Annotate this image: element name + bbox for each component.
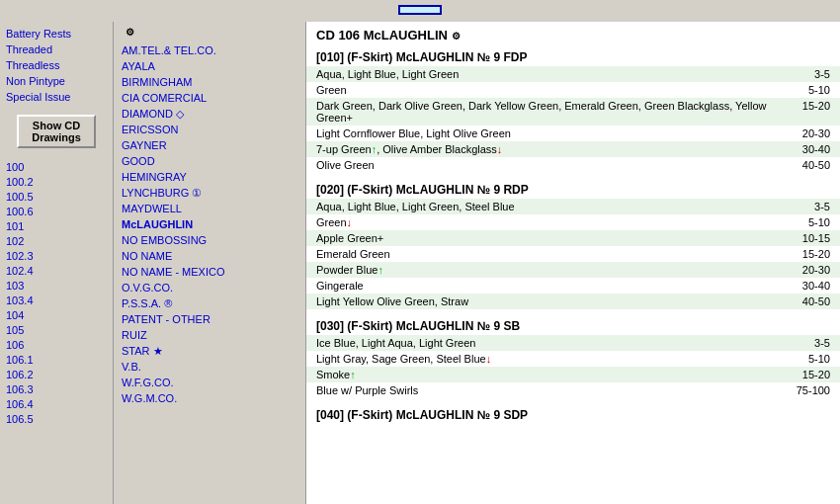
middle-item-lynchburg[interactable]: LYNCHBURG ① [122, 185, 297, 201]
middle-item-hemingray[interactable]: HEMINGRAY [122, 169, 297, 185]
cd-list[interactable]: 100100.2100.5100.6101102102.3102.4103103… [0, 160, 113, 504]
color-cell: Light Cornflower Blue, Light Olive Green [306, 126, 781, 141]
middle-item-patent-other[interactable]: PATENT - OTHER [122, 311, 297, 327]
cd-item-103[interactable]: 103 [6, 279, 107, 294]
cd-item-105[interactable]: 105 [6, 323, 107, 338]
section-title-030: [030] (F-Skirt) McLAUGHLIN № 9 SB [306, 315, 840, 335]
range-cell: 75-100 [781, 382, 840, 398]
left-nav-item-battery-rests[interactable]: Battery Rests [6, 26, 107, 42]
table-row: Ice Blue, Light Aqua, Light Green3-5 [306, 335, 840, 351]
table-row: Aqua, Light Blue, Light Green3-5 [306, 66, 840, 82]
left-nav-item-special-issue[interactable]: Special Issue [6, 89, 107, 105]
browse-title [398, 5, 442, 15]
middle-item-vb[interactable]: V.B. [122, 359, 297, 375]
cd-item-104[interactable]: 104 [6, 308, 107, 323]
middle-item-mclaughlin[interactable]: McLAUGHLIN [122, 216, 297, 232]
left-nav-item-threadless[interactable]: Threadless [6, 57, 107, 73]
right-panel[interactable]: CD 106 McLAUGHLIN ⚙ [010] (F-Skirt) McLA… [306, 22, 840, 504]
table-row: Dark Green, Dark Olive Green, Dark Yello… [306, 98, 840, 126]
cd-item-106.5[interactable]: 106.5 [6, 412, 107, 427]
up-arrow-icon: ↑ [378, 264, 383, 276]
section-title-010: [010] (F-Skirt) McLAUGHLIN № 9 FDP [306, 46, 840, 66]
cd-item-102.4[interactable]: 102.4 [6, 264, 107, 279]
section-040: [040] (F-Skirt) McLAUGHLIN № 9 SDP [306, 404, 840, 430]
color-cell: Dark Green, Dark Olive Green, Dark Yello… [306, 98, 781, 126]
table-row: Olive Green40-50 [306, 157, 840, 173]
middle-item-gayner[interactable]: GAYNER [122, 137, 297, 153]
color-cell: Olive Green [306, 157, 781, 173]
middle-item-ruiz[interactable]: RUIZ [122, 327, 297, 343]
left-nav-item-threaded[interactable]: Threaded [6, 42, 107, 57]
table-row: Aqua, Light Blue, Light Green, Steel Blu… [306, 199, 840, 214]
middle-item-cia-comercial[interactable]: CIA COMERCIAL [122, 90, 297, 106]
middle-panel: ⚙ AM.TEL.& TEL.CO.AYALABIRMINGHAMCIA COM… [114, 22, 306, 504]
cd-item-106.4[interactable]: 106.4 [6, 397, 107, 412]
table-row: Light Cornflower Blue, Light Olive Green… [306, 126, 840, 141]
data-table-020: Aqua, Light Blue, Light Green, Steel Blu… [306, 199, 840, 309]
middle-item-wgmco[interactable]: W.G.M.CO. [122, 390, 297, 406]
range-cell: 30-40 [781, 141, 840, 157]
middle-item-birmingham[interactable]: BIRMINGHAM [122, 74, 297, 90]
right-header: CD 106 McLAUGHLIN ⚙ [306, 22, 840, 46]
table-row: Blue w/ Purple Swirls75-100 [306, 382, 840, 398]
show-cd-button[interactable]: Show CDDrawings [17, 115, 96, 148]
cd-item-101[interactable]: 101 [6, 219, 107, 234]
down-arrow-icon: ↓ [486, 353, 492, 365]
range-cell: 20-30 [781, 262, 840, 278]
down-arrow-icon: ↓ [497, 143, 503, 155]
middle-item-amtel[interactable]: AM.TEL.& TEL.CO. [122, 42, 297, 58]
color-cell: Blue w/ Purple Swirls [306, 382, 781, 398]
cd-item-100[interactable]: 100 [6, 160, 107, 175]
color-cell: 7-up Green↑, Olive Amber Blackglass↓ [306, 141, 781, 157]
left-nav-item-non-pintype[interactable]: Non Pintype [6, 73, 107, 89]
middle-item-star[interactable]: STAR ★ [122, 343, 297, 359]
range-cell: 3-5 [781, 335, 840, 351]
cd-item-102.3[interactable]: 102.3 [6, 249, 107, 264]
color-cell: Light Yellow Olive Green, Straw [306, 294, 781, 309]
color-cell: Powder Blue↑ [306, 262, 781, 278]
plus-icon: + [378, 232, 383, 244]
cd-item-100.6[interactable]: 100.6 [6, 205, 107, 219]
right-sections: [010] (F-Skirt) McLAUGHLIN № 9 FDPAqua, … [306, 46, 840, 430]
middle-item-ericsson[interactable]: ERICSSON [122, 122, 297, 137]
middle-item-good[interactable]: GOOD [122, 153, 297, 169]
middle-item-maydwell[interactable]: MAYDWELL [122, 201, 297, 216]
color-cell: Green↓ [306, 214, 781, 230]
middle-item-ovgco[interactable]: O.V.G.CO. [122, 280, 297, 295]
cd-item-106.1[interactable]: 106.1 [6, 353, 107, 368]
middle-item-pssa[interactable]: P.S.S.A. ® [122, 295, 297, 311]
range-cell: 3-5 [781, 66, 840, 82]
cd-item-102[interactable]: 102 [6, 234, 107, 249]
middle-item-no-embossing[interactable]: NO EMBOSSING [122, 232, 297, 248]
cd-item-100.2[interactable]: 100.2 [6, 175, 107, 190]
middle-item-wfgco[interactable]: W.F.G.CO. [122, 375, 297, 390]
middle-list[interactable]: AM.TEL.& TEL.CO.AYALABIRMINGHAMCIA COMER… [114, 41, 305, 504]
middle-item-no-name-mexico[interactable]: NO NAME - MEXICO [122, 264, 297, 280]
cd-item-100.5[interactable]: 100.5 [6, 190, 107, 205]
cd-item-103.4[interactable]: 103.4 [6, 294, 107, 308]
middle-item-diamond[interactable]: DIAMOND ◇ [122, 106, 297, 122]
table-row: Apple Green+10-15 [306, 230, 840, 246]
middle-item-no-name[interactable]: NO NAME [122, 248, 297, 264]
cd-item-106.3[interactable]: 106.3 [6, 382, 107, 397]
main-container: Battery RestsThreadedThreadlessNon Pinty… [0, 22, 840, 504]
cd-item-106.2[interactable]: 106.2 [6, 368, 107, 382]
data-table-030: Ice Blue, Light Aqua, Light Green3-5Ligh… [306, 335, 840, 398]
header [0, 0, 840, 22]
middle-header: ⚙ [114, 22, 305, 41]
range-cell: 15-20 [781, 98, 840, 126]
down-arrow-icon: ↓ [347, 216, 353, 228]
gear-icon: ⚙ [126, 27, 134, 38]
range-cell: 5-10 [781, 351, 840, 367]
range-cell: 40-50 [781, 294, 840, 309]
range-cell: 20-30 [781, 126, 840, 141]
table-row: Green↓5-10 [306, 214, 840, 230]
cd-item-106[interactable]: 106 [6, 338, 107, 353]
color-cell: Green [306, 82, 781, 98]
middle-item-ayala[interactable]: AYALA [122, 58, 297, 74]
section-030: [030] (F-Skirt) McLAUGHLIN № 9 SBIce Blu… [306, 315, 840, 404]
up-arrow-icon: ↑ [372, 143, 378, 155]
table-row: Gingerale30-40 [306, 278, 840, 294]
table-row: Powder Blue↑20-30 [306, 262, 840, 278]
plus-icon: + [347, 112, 353, 124]
